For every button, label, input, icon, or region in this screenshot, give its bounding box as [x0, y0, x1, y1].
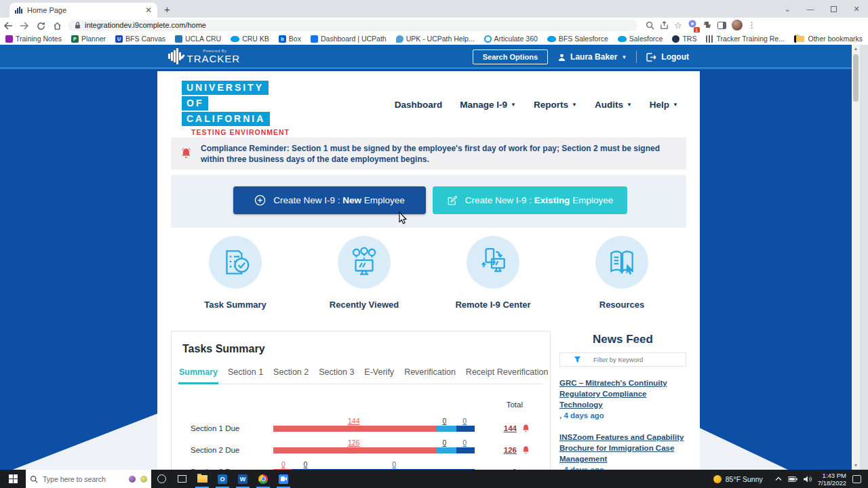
- bookmark-item[interactable]: UPK - UCPath Help...: [396, 35, 475, 43]
- chart-value-label[interactable]: 144: [348, 417, 360, 425]
- chart-value-label[interactable]: 0: [304, 460, 308, 468]
- chart-row-label[interactable]: Section 2 Due: [172, 445, 273, 455]
- bookmark-item[interactable]: UBFS Canvas: [115, 35, 165, 43]
- tracker-logo[interactable]: Powered By TRACKER: [168, 48, 240, 64]
- create-new-i9-new-employee-button[interactable]: Create New I-9 : New Employee: [233, 186, 426, 214]
- chart-row-total[interactable]: 126: [475, 445, 517, 455]
- tab-reverification[interactable]: Reverification: [403, 367, 456, 384]
- chart-value-label[interactable]: 126: [348, 439, 360, 447]
- news-filter-input[interactable]: [593, 356, 661, 363]
- new-tab-button[interactable]: +: [164, 4, 170, 14]
- task-summary-icon: [218, 245, 252, 279]
- taskbar-clock[interactable]: 1:43 PM 7/18/2022: [818, 472, 846, 487]
- back-icon[interactable]: [0, 20, 16, 30]
- chart-value-label[interactable]: 0: [281, 460, 285, 468]
- other-bookmarks-button[interactable]: Other bookmarks: [796, 35, 863, 43]
- scroll-down-icon[interactable]: ▼: [852, 462, 860, 470]
- search-options-button[interactable]: Search Options: [473, 49, 548, 64]
- nav-item-manage-i-9[interactable]: Manage I-9▼: [460, 100, 516, 110]
- sun-icon: [713, 475, 722, 483]
- tab-section-2[interactable]: Section 2: [273, 367, 309, 384]
- tab-e-verify[interactable]: E-Verify: [363, 367, 395, 384]
- browser-menu-icon[interactable]: ⋮: [748, 20, 756, 30]
- quicklinks-row: Task Summary Recently Viewed Remote I-9 …: [171, 236, 686, 310]
- taskbar-search[interactable]: Type here to search: [26, 470, 151, 488]
- cortana-button[interactable]: [151, 470, 172, 488]
- home-icon[interactable]: [49, 20, 65, 30]
- news-filter[interactable]: [559, 352, 686, 367]
- chart-bar-segment: [456, 447, 475, 453]
- nav-item-dashboard[interactable]: Dashboard: [395, 100, 443, 110]
- bookmark-item[interactable]: BFS Salesforce: [547, 35, 608, 43]
- bookmark-star-icon[interactable]: ☆: [674, 21, 682, 30]
- window-minimize-button[interactable]: —: [799, 0, 822, 18]
- scrollbar-thumb[interactable]: [853, 54, 859, 102]
- bookmark-item[interactable]: bBox: [279, 35, 301, 43]
- window-close-button[interactable]: ✕: [845, 0, 868, 18]
- tray-chevron-icon[interactable]: [775, 476, 782, 481]
- volume-icon[interactable]: [804, 476, 812, 483]
- tab-section-3[interactable]: Section 3: [318, 367, 355, 384]
- taskbar-weather[interactable]: 85°F Sunny: [708, 470, 768, 488]
- zoom-icon[interactable]: [646, 21, 654, 30]
- quicklink-task-summary[interactable]: Task Summary: [171, 236, 300, 310]
- start-button[interactable]: [0, 470, 26, 488]
- zoom-button[interactable]: [273, 470, 294, 488]
- scroll-up-icon[interactable]: ▲: [852, 45, 860, 53]
- tab-section-1[interactable]: Section 1: [227, 367, 264, 384]
- chart-row-label[interactable]: Section 1 Due: [172, 424, 273, 433]
- lock-icon: [75, 22, 81, 29]
- tab-summary[interactable]: Summary: [178, 367, 218, 384]
- bookmark-item[interactable]: Tracker Training Re...: [706, 35, 785, 43]
- bookmark-item[interactable]: TRS: [672, 35, 696, 43]
- quicklink-resources[interactable]: Resources: [557, 236, 686, 310]
- create-new-i9-existing-employee-button[interactable]: Create New I-9 : Existing Employee: [433, 186, 627, 214]
- page-scrollbar[interactable]: ▲ ▼: [852, 45, 860, 470]
- word-button[interactable]: W: [233, 470, 253, 488]
- side-panel-icon[interactable]: [717, 22, 726, 29]
- quicklink-remote-i9-center[interactable]: Remote I-9 Center: [429, 236, 557, 310]
- reload-icon[interactable]: [33, 20, 49, 30]
- extensions-puzzle-icon[interactable]: [703, 20, 712, 30]
- action-center-icon[interactable]: [852, 475, 861, 483]
- tab-search-chevron-icon[interactable]: ⌄: [776, 0, 799, 18]
- tab-close-icon[interactable]: ✕: [145, 5, 152, 15]
- quicklink-recently-viewed[interactable]: Recently Viewed: [300, 236, 429, 310]
- bookmark-item[interactable]: CRU KB: [231, 35, 269, 43]
- chart-value-label[interactable]: 0: [462, 439, 467, 447]
- chrome-button[interactable]: [253, 470, 273, 488]
- logout-button[interactable]: Logout: [646, 52, 689, 62]
- bookmark-item[interactable]: Articulate 360: [484, 35, 538, 43]
- news-link[interactable]: INSZoom Features and Capability Brochure…: [559, 433, 684, 463]
- news-link[interactable]: GRC – Mitratech's Continuity Regulatory …: [559, 379, 667, 409]
- chart-bar: [273, 447, 475, 453]
- battery-icon[interactable]: [788, 476, 797, 482]
- share-icon[interactable]: [660, 21, 669, 30]
- bookmark-item[interactable]: PPlanner: [71, 35, 106, 43]
- chart-value-label[interactable]: 0: [462, 417, 467, 425]
- bookmark-item[interactable]: UCLA CRU: [175, 35, 221, 43]
- forward-icon[interactable]: [16, 20, 33, 30]
- chart-value-label[interactable]: 0: [443, 439, 447, 447]
- bookmark-item[interactable]: Dashboard | UCPath: [311, 35, 387, 43]
- nav-item-audits[interactable]: Audits▼: [595, 100, 632, 110]
- nav-item-help[interactable]: Help▼: [650, 100, 678, 110]
- chart-value-label[interactable]: 0: [392, 460, 396, 468]
- quicklink-label: Remote I-9 Center: [455, 300, 530, 310]
- nav-item-reports[interactable]: Reports▼: [534, 100, 577, 110]
- address-bar[interactable]: integrationdev.i9complete.com/home: [68, 20, 637, 31]
- task-view-button[interactable]: [172, 470, 192, 488]
- chart-row-total[interactable]: 144: [475, 424, 517, 433]
- extension-gear-icon[interactable]: 1: [688, 19, 697, 31]
- chart-row: Section 2 Due12600126: [172, 433, 550, 455]
- file-explorer-button[interactable]: [192, 470, 212, 488]
- bookmark-item[interactable]: Training Notes: [5, 35, 62, 43]
- outlook-button[interactable]: O: [212, 470, 233, 488]
- window-maximize-button[interactable]: [822, 0, 845, 18]
- profile-avatar[interactable]: [732, 20, 743, 30]
- user-menu[interactable]: Laura Baker ▼: [557, 52, 627, 62]
- browser-tab[interactable]: Home Page ✕: [9, 3, 157, 18]
- tab-receipt-reverification[interactable]: Receipt Reverification: [465, 367, 549, 384]
- chart-value-label[interactable]: 0: [443, 417, 447, 425]
- bookmark-item[interactable]: Salesforce: [618, 35, 663, 43]
